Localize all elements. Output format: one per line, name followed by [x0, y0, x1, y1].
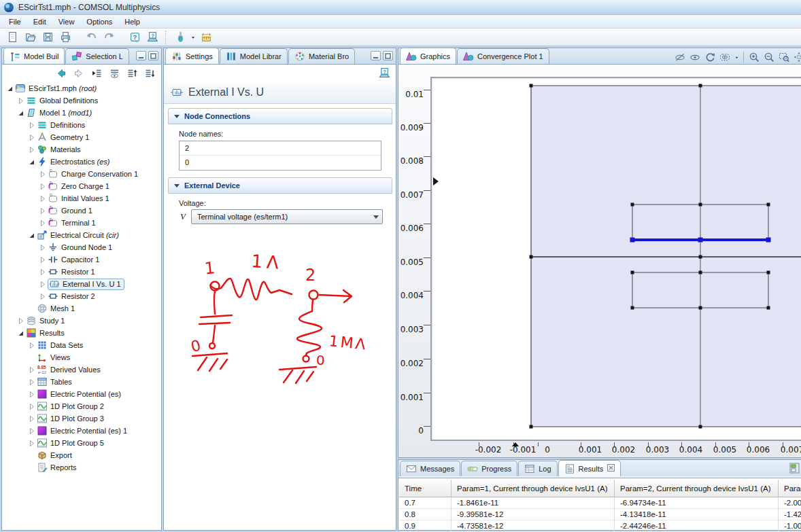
tree-item-content[interactable]: Resistor 2: [48, 291, 95, 302]
tree-item-materials[interactable]: Materials: [2, 143, 161, 156]
tree-item-content[interactable]: Definitions: [37, 120, 85, 130]
tree-caret-icon[interactable]: [39, 281, 46, 288]
tree-item-content[interactable]: 1D Plot Group 2: [37, 401, 104, 412]
tree-item-content[interactable]: Materials: [37, 144, 81, 155]
tree-caret-icon[interactable]: [28, 146, 35, 154]
tree-item-content[interactable]: DInitial Values 1: [48, 193, 109, 204]
tree-item-1d-plot-group-2[interactable]: 1D Plot Group 2: [2, 400, 161, 412]
tree-item-initial-values-1[interactable]: DInitial Values 1: [2, 192, 161, 205]
table-cell[interactable]: -9.39581e-12: [451, 509, 615, 520]
tree-caret-icon[interactable]: [28, 378, 35, 386]
tree-item-content[interactable]: Model 1 (mod1): [26, 107, 92, 118]
node-name-row[interactable]: 2: [180, 141, 381, 156]
tree-caret-icon[interactable]: [39, 219, 46, 227]
tree-item-content[interactable]: Electrostatics (es): [37, 156, 109, 167]
tab-progress[interactable]: Progress: [461, 461, 517, 476]
tree-item-content[interactable]: Views: [37, 352, 70, 363]
section-external-device[interactable]: External Device: [168, 177, 392, 194]
tree-caret-icon[interactable]: [28, 427, 35, 435]
tab-selection-l[interactable]: Selection L: [65, 48, 129, 64]
tree-item-electric-potential-es[interactable]: Electric Potential (es): [2, 388, 161, 400]
tree-item-content[interactable]: Electric Potential (es): [37, 389, 121, 400]
undo-icon[interactable]: [83, 30, 99, 45]
column-header-time[interactable]: Time: [399, 480, 451, 497]
redo-icon[interactable]: [101, 30, 117, 45]
geometry-view[interactable]: [432, 78, 801, 440]
tree-item-export[interactable]: Export: [2, 449, 161, 461]
voltage-dropdown[interactable]: Terminal voltage (es/term1): [191, 209, 383, 224]
tree-caret-icon[interactable]: [28, 232, 35, 239]
tree-caret-icon[interactable]: [39, 183, 46, 190]
tree-item-content[interactable]: Data Sets: [37, 340, 83, 351]
tree-item-escirtst1-mph-root[interactable]: EScirTst1.mph (root): [2, 82, 161, 94]
menu-help[interactable]: Help: [118, 15, 146, 29]
table-cell[interactable]: -2.00: [779, 497, 801, 509]
tree-item-content[interactable]: Resistor 1: [48, 266, 95, 277]
brush-icon[interactable]: [172, 30, 188, 45]
minimize-panel-button[interactable]: [371, 51, 381, 60]
tree-item-content[interactable]: Mesh 1: [37, 303, 75, 314]
measure-icon[interactable]: [198, 30, 214, 45]
tree-caret-icon[interactable]: [39, 293, 46, 300]
tree-item-content[interactable]: Geometry 1: [37, 132, 89, 143]
tree-item-geometry-1[interactable]: Geometry 1: [2, 131, 161, 143]
tree-item-electrostatics-es[interactable]: Electrostatics (es): [2, 156, 161, 168]
zoom-box-icon[interactable]: [777, 51, 791, 64]
help-doc-icon[interactable]: ?: [379, 67, 390, 79]
tree-item-ground-1[interactable]: DGround 1: [2, 205, 161, 217]
tab-convergence-plot-1[interactable]: Convergence Plot 1: [457, 48, 549, 64]
new-file-icon[interactable]: [4, 30, 20, 45]
tab-log[interactable]: Log: [518, 461, 557, 476]
tree-caret-icon[interactable]: [28, 366, 35, 374]
zoom-out-icon[interactable]: [762, 51, 777, 64]
visibility-off-icon[interactable]: [672, 51, 687, 64]
tree-item-content[interactable]: Study 1: [26, 315, 65, 326]
table-settings-icon[interactable]: [789, 463, 800, 474]
table-cell[interactable]: -1.00: [779, 520, 801, 532]
zoom-extents-icon[interactable]: [791, 51, 801, 64]
table-cell[interactable]: -2.44246e-11: [615, 520, 779, 532]
tree-item-capacitor-1[interactable]: Capacitor 1: [2, 253, 161, 266]
menu-edit[interactable]: Edit: [27, 15, 52, 29]
results-table[interactable]: TimeParam=1, Current through device IvsU…: [398, 478, 801, 530]
tree-caret-icon[interactable]: [17, 97, 24, 105]
tree-item-ground-node-1[interactable]: Ground Node 1: [2, 241, 161, 253]
tree-caret-icon[interactable]: [28, 134, 35, 141]
print-icon[interactable]: [57, 30, 73, 45]
table-cell[interactable]: 0.7: [399, 497, 451, 509]
tree-item-resistor-1[interactable]: Resistor 1: [2, 266, 161, 278]
tree-caret-icon[interactable]: [39, 207, 46, 215]
graphics-canvas[interactable]: 0.010.0090.0080.0070.0060.0050.0040.0030…: [398, 65, 801, 457]
tree-caret-icon[interactable]: [39, 256, 46, 264]
tree-caret-icon[interactable]: [28, 415, 35, 423]
help-icon[interactable]: ?: [126, 30, 143, 45]
tree-caret-icon[interactable]: [28, 158, 35, 166]
select-visible-icon[interactable]: [717, 51, 732, 64]
dropdown-caret-icon[interactable]: [732, 51, 740, 64]
tab-results[interactable]: Results: [558, 460, 621, 476]
tab-model-buil[interactable]: Model Buil: [3, 48, 65, 64]
tab-material-bro[interactable]: Material Bro: [288, 48, 355, 64]
maximize-panel-button[interactable]: [148, 51, 158, 60]
tree-item-resistor-2[interactable]: Resistor 2: [2, 290, 161, 302]
dropdown-caret-icon[interactable]: [190, 34, 198, 41]
visibility-on-icon[interactable]: [687, 51, 702, 64]
tree-item-reports[interactable]: Reports: [2, 461, 161, 474]
tree-item-mesh-1[interactable]: Mesh 1: [2, 302, 161, 315]
tree-item-external-i-vs-u-1[interactable]: IUExternal I Vs. U 1: [2, 278, 161, 290]
save-icon[interactable]: [39, 30, 56, 45]
tab-model-librar[interactable]: Model Librar: [220, 48, 288, 64]
tree-item-charge-conservation-1[interactable]: DCharge Conservation 1: [2, 168, 161, 180]
tree-caret-icon[interactable]: [39, 171, 46, 178]
close-tab-icon[interactable]: [607, 464, 615, 473]
tree-item-derived-values[interactable]: 8.85e-12Derived Values: [2, 363, 161, 376]
tree-item-content[interactable]: DZero Charge 1: [48, 181, 109, 192]
tree-item-tables[interactable]: Tables: [2, 376, 161, 388]
column-header-param-1-current-through-device-ivsu1-a[interactable]: Param=1, Current through device IvsU1 (A…: [451, 480, 615, 497]
node-names-table[interactable]: 20: [179, 141, 381, 171]
zoom-in-icon[interactable]: [747, 51, 762, 64]
tree-item-global-definitions[interactable]: Global Definitions: [2, 94, 161, 107]
tree-item-content[interactable]: Tables: [37, 376, 72, 387]
tree-item-content[interactable]: 8.85e-12Derived Values: [37, 364, 101, 375]
forward-icon[interactable]: [73, 68, 85, 79]
